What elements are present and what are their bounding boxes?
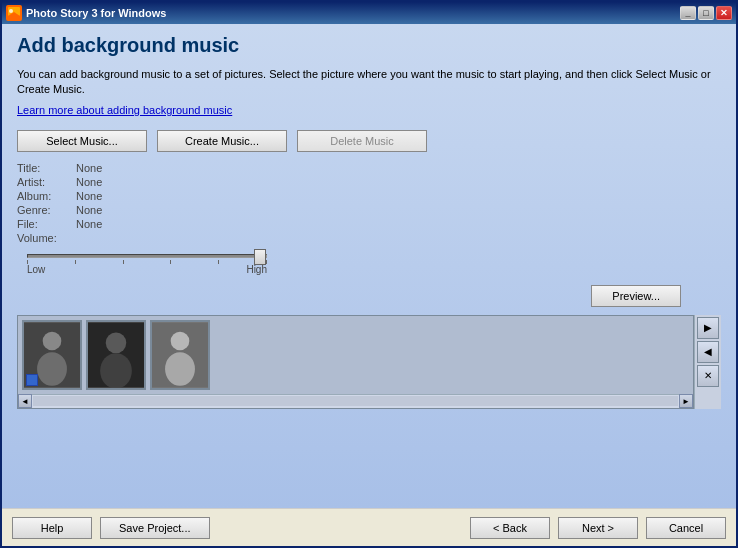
select-music-button[interactable]: Select Music... [17, 130, 147, 152]
cancel-button[interactable]: Cancel [646, 517, 726, 539]
filmstrip-close[interactable]: ✕ [697, 365, 719, 387]
svg-rect-10 [88, 322, 144, 387]
file-label: File: [17, 218, 72, 230]
scroll-track[interactable] [33, 396, 678, 406]
tick-2 [75, 260, 76, 264]
photo-thumb-2[interactable] [86, 320, 146, 390]
maximize-button[interactable]: □ [698, 6, 714, 20]
filmstrip-scroll-right[interactable]: ▶ [697, 317, 719, 339]
main-window: Photo Story 3 for Windows _ □ ✕ Add back… [0, 0, 738, 548]
music-buttons-row: Select Music... Create Music... Delete M… [17, 130, 721, 152]
title-value: None [76, 162, 721, 174]
side-scroll-buttons: ▶ ◀ ✕ [694, 315, 721, 409]
learn-more-link[interactable]: Learn more about adding background music [17, 104, 721, 116]
tick-3 [123, 260, 124, 264]
artist-value: None [76, 176, 721, 188]
app-icon [6, 5, 22, 21]
svg-point-2 [9, 9, 13, 13]
delete-music-button[interactable]: Delete Music [297, 130, 427, 152]
save-project-button[interactable]: Save Project... [100, 517, 210, 539]
page-title: Add background music [17, 34, 721, 57]
window-controls: _ □ ✕ [680, 6, 732, 20]
volume-thumb[interactable] [254, 249, 266, 265]
thumb-check-1 [26, 374, 38, 386]
album-value: None [76, 190, 721, 202]
metadata-grid: Title: None Artist: None Album: None Gen… [17, 162, 721, 244]
help-button[interactable]: Help [12, 517, 92, 539]
preview-row: Preview... [17, 285, 721, 307]
title-bar: Photo Story 3 for Windows _ □ ✕ [2, 2, 736, 24]
scroll-left-button[interactable]: ◄ [18, 394, 32, 408]
album-label: Album: [17, 190, 72, 202]
photo-thumb-1[interactable] [22, 320, 82, 390]
h-scrollbar: ◄ ► [18, 394, 693, 408]
volume-placeholder [76, 232, 721, 244]
create-music-button[interactable]: Create Music... [157, 130, 287, 152]
volume-label: Volume: [17, 232, 72, 244]
file-value: None [76, 218, 721, 230]
next-button[interactable]: Next > [558, 517, 638, 539]
volume-high-label: High [246, 264, 267, 275]
filmstrip-outer: ◄ ► ▶ ◀ ✕ [17, 315, 721, 409]
filmstrip-inner [18, 316, 693, 394]
preview-button[interactable]: Preview... [591, 285, 681, 307]
artist-label: Artist: [17, 176, 72, 188]
volume-slider-container [17, 254, 307, 258]
bottom-bar: Help Save Project... < Back Next > Cance… [2, 508, 736, 546]
minimize-button[interactable]: _ [680, 6, 696, 20]
tick-4 [170, 260, 171, 264]
volume-labels: Low High [27, 264, 267, 275]
main-content: Add background music You can add backgro… [2, 24, 736, 546]
filmstrip-scroll-left[interactable]: ◀ [697, 341, 719, 363]
close-button[interactable]: ✕ [716, 6, 732, 20]
volume-track[interactable] [27, 254, 267, 258]
title-label: Title: [17, 162, 72, 174]
window-title: Photo Story 3 for Windows [26, 7, 680, 19]
scroll-right-button[interactable]: ► [679, 394, 693, 408]
genre-label: Genre: [17, 204, 72, 216]
volume-section: Low High [17, 254, 721, 275]
back-button[interactable]: < Back [470, 517, 550, 539]
photo-thumb-3[interactable] [150, 320, 210, 390]
filmstrip-panel: ◄ ► [17, 315, 694, 409]
volume-low-label: Low [27, 264, 45, 275]
svg-rect-14 [152, 322, 208, 387]
tick-5 [218, 260, 219, 264]
content-area: Add background music You can add backgro… [2, 24, 736, 508]
description-text: You can add background music to a set of… [17, 67, 721, 98]
genre-value: None [76, 204, 721, 216]
